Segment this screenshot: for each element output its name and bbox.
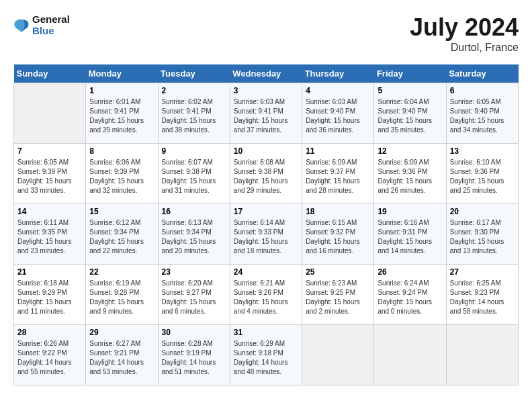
day-number: 25 <box>306 267 370 277</box>
day-info: Sunrise: 6:16 AMSunset: 9:31 PMDaylight:… <box>378 218 442 256</box>
day-number: 15 <box>89 207 154 216</box>
day-number: 4 <box>306 86 370 95</box>
calendar-week-row: 7Sunrise: 6:05 AMSunset: 9:39 PMDaylight… <box>14 144 519 204</box>
calendar-cell: 30Sunrise: 6:28 AMSunset: 9:19 PMDayligh… <box>158 325 230 385</box>
day-of-week-header: Monday <box>86 64 158 83</box>
calendar-week-row: 21Sunrise: 6:18 AMSunset: 9:29 PMDayligh… <box>14 265 519 325</box>
day-number: 6 <box>450 86 515 95</box>
calendar-cell: 16Sunrise: 6:13 AMSunset: 9:34 PMDayligh… <box>158 204 230 265</box>
day-number: 8 <box>89 146 154 156</box>
calendar-cell: 23Sunrise: 6:20 AMSunset: 9:27 PMDayligh… <box>158 265 230 325</box>
day-number: 22 <box>89 267 154 277</box>
day-number: 21 <box>17 267 82 277</box>
day-number: 1 <box>89 86 154 95</box>
calendar-cell: 31Sunrise: 6:29 AMSunset: 9:18 PMDayligh… <box>230 325 302 385</box>
calendar-cell: 2Sunrise: 6:02 AMSunset: 9:41 PMDaylight… <box>158 83 230 144</box>
calendar-cell: 8Sunrise: 6:06 AMSunset: 9:39 PMDaylight… <box>86 144 158 204</box>
calendar-cell: 4Sunrise: 6:03 AMSunset: 9:40 PMDaylight… <box>302 83 374 144</box>
day-number: 13 <box>450 146 515 156</box>
calendar-cell: 14Sunrise: 6:11 AMSunset: 9:35 PMDayligh… <box>14 204 86 265</box>
calendar-cell <box>374 325 446 385</box>
day-number: 17 <box>234 207 298 216</box>
calendar-cell <box>302 325 374 385</box>
day-info: Sunrise: 6:04 AMSunset: 9:40 PMDaylight:… <box>378 97 442 135</box>
day-info: Sunrise: 6:06 AMSunset: 9:39 PMDaylight:… <box>89 158 154 195</box>
day-info: Sunrise: 6:03 AMSunset: 9:40 PMDaylight:… <box>306 97 370 135</box>
day-info: Sunrise: 6:11 AMSunset: 9:35 PMDaylight:… <box>17 218 82 256</box>
calendar-cell: 21Sunrise: 6:18 AMSunset: 9:29 PMDayligh… <box>14 265 86 325</box>
day-info: Sunrise: 6:15 AMSunset: 9:32 PMDaylight:… <box>306 218 370 256</box>
day-number: 7 <box>17 146 82 156</box>
day-info: Sunrise: 6:28 AMSunset: 9:19 PMDaylight:… <box>162 339 226 377</box>
day-info: Sunrise: 6:26 AMSunset: 9:22 PMDaylight:… <box>17 339 82 377</box>
day-info: Sunrise: 6:03 AMSunset: 9:41 PMDaylight:… <box>234 97 298 135</box>
day-info: Sunrise: 6:07 AMSunset: 9:38 PMDaylight:… <box>162 158 226 195</box>
day-of-week-header: Tuesday <box>158 64 230 83</box>
calendar-cell: 19Sunrise: 6:16 AMSunset: 9:31 PMDayligh… <box>374 204 446 265</box>
day-number: 2 <box>162 86 226 95</box>
day-number: 27 <box>450 267 515 277</box>
day-of-week-header: Saturday <box>446 64 518 83</box>
day-number: 30 <box>162 328 226 337</box>
calendar-cell: 25Sunrise: 6:23 AMSunset: 9:25 PMDayligh… <box>302 265 374 325</box>
day-info: Sunrise: 6:17 AMSunset: 9:30 PMDaylight:… <box>450 218 515 256</box>
logo-icon <box>13 17 30 33</box>
day-of-week-header: Thursday <box>302 64 374 83</box>
calendar-cell: 29Sunrise: 6:27 AMSunset: 9:21 PMDayligh… <box>86 325 158 385</box>
calendar-week-row: 14Sunrise: 6:11 AMSunset: 9:35 PMDayligh… <box>14 204 519 265</box>
calendar-cell: 26Sunrise: 6:24 AMSunset: 9:24 PMDayligh… <box>374 265 446 325</box>
day-info: Sunrise: 6:25 AMSunset: 9:23 PMDaylight:… <box>450 279 515 316</box>
day-info: Sunrise: 6:05 AMSunset: 9:40 PMDaylight:… <box>450 97 515 135</box>
calendar-cell: 1Sunrise: 6:01 AMSunset: 9:41 PMDaylight… <box>86 83 158 144</box>
logo-text: General Blue <box>32 13 70 36</box>
day-of-week-header: Wednesday <box>230 64 302 83</box>
page-header: General Blue July 2024 Durtol, France <box>13 13 519 54</box>
day-number: 3 <box>234 86 298 95</box>
calendar-cell: 6Sunrise: 6:05 AMSunset: 9:40 PMDaylight… <box>446 83 518 144</box>
day-number: 24 <box>234 267 298 277</box>
day-info: Sunrise: 6:10 AMSunset: 9:36 PMDaylight:… <box>450 158 515 195</box>
day-number: 26 <box>378 267 442 277</box>
day-info: Sunrise: 6:24 AMSunset: 9:24 PMDaylight:… <box>378 279 442 316</box>
calendar-cell: 13Sunrise: 6:10 AMSunset: 9:36 PMDayligh… <box>446 144 518 204</box>
calendar-table: SundayMondayTuesdayWednesdayThursdayFrid… <box>13 64 519 385</box>
day-info: Sunrise: 6:23 AMSunset: 9:25 PMDaylight:… <box>306 279 370 316</box>
day-number: 23 <box>162 267 226 277</box>
calendar-cell: 12Sunrise: 6:09 AMSunset: 9:36 PMDayligh… <box>374 144 446 204</box>
calendar-cell: 22Sunrise: 6:19 AMSunset: 9:28 PMDayligh… <box>86 265 158 325</box>
calendar-cell: 10Sunrise: 6:08 AMSunset: 9:38 PMDayligh… <box>230 144 302 204</box>
calendar-cell: 9Sunrise: 6:07 AMSunset: 9:38 PMDaylight… <box>158 144 230 204</box>
day-info: Sunrise: 6:12 AMSunset: 9:34 PMDaylight:… <box>89 218 154 256</box>
calendar-cell: 7Sunrise: 6:05 AMSunset: 9:39 PMDaylight… <box>14 144 86 204</box>
day-info: Sunrise: 6:18 AMSunset: 9:29 PMDaylight:… <box>17 279 82 316</box>
day-number: 29 <box>89 328 154 337</box>
day-number: 16 <box>162 207 226 216</box>
day-info: Sunrise: 6:01 AMSunset: 9:41 PMDaylight:… <box>89 97 154 135</box>
day-info: Sunrise: 6:20 AMSunset: 9:27 PMDaylight:… <box>162 279 226 316</box>
location: Durtol, France <box>410 42 519 54</box>
day-number: 9 <box>162 146 226 156</box>
calendar-cell: 11Sunrise: 6:09 AMSunset: 9:37 PMDayligh… <box>302 144 374 204</box>
month-title: July 2024 <box>410 13 519 42</box>
day-info: Sunrise: 6:08 AMSunset: 9:38 PMDaylight:… <box>234 158 298 195</box>
title-area: July 2024 Durtol, France <box>410 13 519 54</box>
calendar-cell: 27Sunrise: 6:25 AMSunset: 9:23 PMDayligh… <box>446 265 518 325</box>
day-number: 12 <box>378 146 442 156</box>
calendar-header-row: SundayMondayTuesdayWednesdayThursdayFrid… <box>14 64 519 83</box>
day-number: 28 <box>17 328 82 337</box>
day-info: Sunrise: 6:29 AMSunset: 9:18 PMDaylight:… <box>234 339 298 377</box>
calendar-week-row: 1Sunrise: 6:01 AMSunset: 9:41 PMDaylight… <box>14 83 519 144</box>
calendar-cell: 24Sunrise: 6:21 AMSunset: 9:26 PMDayligh… <box>230 265 302 325</box>
calendar-cell: 20Sunrise: 6:17 AMSunset: 9:30 PMDayligh… <box>446 204 518 265</box>
calendar-week-row: 28Sunrise: 6:26 AMSunset: 9:22 PMDayligh… <box>14 325 519 385</box>
day-of-week-header: Sunday <box>14 64 86 83</box>
day-info: Sunrise: 6:14 AMSunset: 9:33 PMDaylight:… <box>234 218 298 256</box>
day-info: Sunrise: 6:13 AMSunset: 9:34 PMDaylight:… <box>162 218 226 256</box>
day-number: 19 <box>378 207 442 216</box>
day-info: Sunrise: 6:27 AMSunset: 9:21 PMDaylight:… <box>89 339 154 377</box>
day-number: 14 <box>17 207 82 216</box>
day-of-week-header: Friday <box>374 64 446 83</box>
day-info: Sunrise: 6:09 AMSunset: 9:37 PMDaylight:… <box>306 158 370 195</box>
calendar-cell: 5Sunrise: 6:04 AMSunset: 9:40 PMDaylight… <box>374 83 446 144</box>
day-info: Sunrise: 6:21 AMSunset: 9:26 PMDaylight:… <box>234 279 298 316</box>
